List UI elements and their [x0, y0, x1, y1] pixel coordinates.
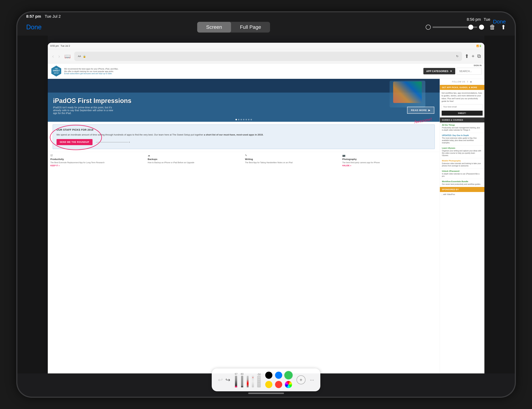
done-button-left[interactable]: Done	[26, 23, 42, 31]
url-bar[interactable]: AA 🔒 ↻	[74, 52, 462, 61]
backups-icon: ☁	[148, 154, 150, 157]
cat-productivity-link[interactable]: KEEP IT »	[50, 164, 60, 167]
more-link[interactable]: ——————————————— »	[96, 141, 130, 143]
staff-picks-section: OUR STAFF PICKS FOR 2019 We spend an ino…	[53, 124, 435, 149]
hero-dot-3[interactable]	[240, 119, 242, 120]
zoom-slider[interactable]	[426, 25, 484, 30]
hero-dot-1[interactable]	[236, 119, 237, 120]
hero-text: iPadOS First Impressions iPadOS isn't re…	[53, 97, 132, 115]
guide6-title[interactable]: Workflow Essentials Bundle	[442, 180, 482, 182]
read-more-button[interactable]: READ MORE ▶	[407, 107, 434, 114]
share-browser-icon[interactable]: ⬆	[465, 53, 469, 59]
color-red[interactable]	[275, 381, 282, 388]
pen-tool-1[interactable]: 97	[235, 373, 238, 387]
hero-ipad-screen	[393, 82, 422, 103]
tagline-sub: We offer in-depth training for our most …	[64, 70, 114, 73]
staff-picks-container: Awesome! OUR STAFF PICKS FOR 2019 We spe…	[50, 124, 437, 149]
screenshot-toolbar: 8:57 pm Tue Jul 2 Done Screen Full Page	[17, 12, 515, 36]
pen-tools-group: 97 80	[235, 373, 261, 387]
guide3-desc: Organize your writing and capture your i…	[442, 150, 482, 157]
font-size-button[interactable]: AA	[78, 55, 81, 58]
browser-actions: ⬆ + ⧉	[465, 53, 481, 59]
guide4-title[interactable]: Mobile Photography	[442, 160, 482, 162]
sponsor-content: ... with VideoProc	[440, 192, 484, 197]
photography-icon: 📷	[342, 154, 345, 157]
redo-button[interactable]: ↪	[226, 376, 230, 383]
pen-tool-eraser[interactable]: ✕	[252, 376, 254, 387]
right-status-time: 8:56 pm	[467, 17, 481, 22]
hero-subtitle: iPadOS isn't ready for prime-time at thi…	[53, 106, 116, 115]
ipad-frame: 8:57 pm Tue Jul 2 Done Screen Full Page	[17, 12, 515, 397]
forward-button[interactable]: ›	[57, 53, 61, 60]
new-tab-icon[interactable]: +	[472, 53, 474, 59]
sidebar-sweet-button[interactable]: SWEET!	[442, 111, 483, 116]
sidebar-email-section: Get workflow tips, app recommendations, …	[440, 90, 484, 118]
site-logo: THE SWEET SETUP	[50, 65, 62, 77]
browser-window: 8:55 pm Tue Jul 2 📶🔋 ‹ › 📖 AA 🔒 ↻	[48, 43, 484, 373]
staff-picks-text: We spend an inordinate amount of time so…	[57, 133, 431, 136]
svg-text:THE: THE	[55, 68, 58, 70]
sponsored-section: SPONSORED BY	[440, 187, 484, 192]
guide-1password: Unlock 1Password In-depth video tutorial…	[440, 169, 484, 179]
site-nav: APP CATEGORIES ▼	[423, 68, 482, 74]
color-black[interactable]	[265, 372, 272, 379]
guide5-desc: In-depth video tutorials to use 1Passwor…	[442, 173, 482, 177]
ipad-screen: 8:57 pm Tue Jul 2 Done Screen Full Page	[17, 12, 515, 397]
guide5-title[interactable]: Unlock 1Password	[442, 170, 482, 172]
app-categories-button[interactable]: APP CATEGORIES ▼	[423, 68, 455, 74]
color-multicolor[interactable]	[285, 381, 292, 388]
color-green[interactable]	[285, 372, 292, 379]
annotation-toolbar: ↩ ↪ 97 80	[212, 368, 321, 391]
guide1-title[interactable]: All the Things	[442, 124, 482, 126]
slider-track[interactable]	[433, 27, 477, 28]
sign-in-link[interactable]: SIGN IN	[474, 64, 482, 66]
rss-icon[interactable]: ◉	[470, 81, 472, 83]
guide2-title[interactable]: UPDATED: Day One In Depth	[442, 134, 482, 136]
hero-dot-2[interactable]	[238, 119, 239, 120]
pen1-value: 97	[235, 373, 238, 375]
cat-productivity-title: Productivity	[50, 158, 145, 161]
hero-pagination	[236, 119, 252, 120]
sidebar-email-input[interactable]	[442, 104, 483, 109]
svg-text:SETUP: SETUP	[54, 72, 59, 74]
sidebar-guides-title: GUIDES & COURSES	[440, 118, 484, 122]
guide-day-one: UPDATED: Day One In Depth The most exten…	[440, 133, 484, 145]
tabs-icon[interactable]: ⧉	[477, 53, 481, 59]
guide-all-things: All the Things Productivity and task man…	[440, 122, 484, 133]
tab-full-page[interactable]: Full Page	[231, 22, 270, 33]
color-palette	[265, 372, 292, 388]
home-indicator	[248, 392, 284, 394]
color-yellow[interactable]	[265, 381, 272, 388]
arrow-icon: ▶	[428, 109, 430, 111]
content-area: 8:55 pm Tue Jul 2 📶🔋 ‹ › 📖 AA 🔒 ↻	[17, 36, 515, 373]
done-button-right[interactable]: Done	[493, 18, 506, 25]
add-color-button[interactable]: +	[296, 375, 305, 384]
site-tagline: We recommend the best apps for your iPho…	[64, 68, 421, 74]
pen-tool-ruler[interactable]: -50	[257, 373, 261, 387]
tab-screen[interactable]: Screen	[197, 22, 231, 33]
cat-photography-link[interactable]: HALIDE »	[342, 164, 351, 167]
guide1-desc: Productivity and task management trainin…	[442, 127, 482, 131]
color-blue[interactable]	[275, 372, 282, 379]
inner-time: 8:55 pm	[50, 45, 59, 47]
hero-dot-5[interactable]	[246, 119, 247, 120]
inner-date: Tue Jul 2	[60, 45, 70, 47]
blur-left-panel	[17, 36, 48, 373]
more-options-button[interactable]: ···	[310, 377, 314, 383]
hero-dot-4[interactable]	[243, 119, 244, 120]
guide3-title[interactable]: Learn Ulysses	[442, 147, 482, 149]
hero-dot-7[interactable]	[250, 119, 252, 120]
send-roundup-button[interactable]: SEND ME THE ROUNDUP	[57, 139, 93, 145]
slider-thumb[interactable]	[468, 25, 473, 30]
undo-button[interactable]: ↩	[218, 376, 223, 383]
site-search-input[interactable]	[457, 68, 482, 74]
slider-min-icon	[426, 25, 431, 30]
bookmarks-button[interactable]: 📖	[64, 52, 72, 60]
reload-button[interactable]: ↻	[456, 55, 458, 58]
pen-tool-pencil[interactable]	[247, 376, 248, 387]
hero-dot-6[interactable]	[248, 119, 249, 120]
guide4-desc: Extensive video tutorials and training t…	[442, 162, 482, 167]
pen-tool-2[interactable]: 80	[241, 373, 244, 387]
back-button[interactable]: ‹	[51, 53, 55, 60]
twitter-icon[interactable]: 𝕋	[467, 81, 468, 83]
